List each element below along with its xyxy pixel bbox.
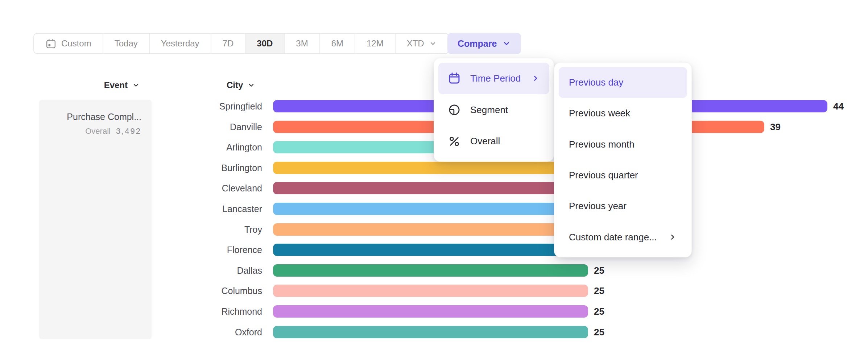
percent-icon <box>448 135 461 148</box>
compare-dropdown-menu: Time PeriodSegmentOverall <box>434 58 554 162</box>
menu-item-label: Previous week <box>569 108 630 119</box>
event-overall-row: Overall 3,492 <box>85 127 141 136</box>
compare-menu-item-segment[interactable]: Segment <box>438 94 549 126</box>
chevron-right-icon <box>668 233 677 241</box>
compare-menu-item-time-period[interactable]: Time Period <box>438 63 549 94</box>
insights-view: CustomTodayYesterday7D30D3M6M12MXTD Comp… <box>0 0 868 364</box>
menu-item-label: Custom date range... <box>569 232 657 243</box>
menu-item-label: Previous quarter <box>569 170 638 181</box>
bar-value-danville: 39 <box>770 121 781 133</box>
time-period-item-previous-year[interactable]: Previous year <box>559 191 687 222</box>
bar-value-springfield: 44 <box>833 100 844 112</box>
bar-label-florence: Florence <box>138 244 262 256</box>
menu-item-label: Segment <box>470 104 508 116</box>
bar-value-richmond: 25 <box>594 305 604 318</box>
bar-label-richmond: Richmond <box>138 305 262 318</box>
menu-item-label: Previous year <box>569 200 627 212</box>
bar-label-burlington: Burlington <box>138 162 262 174</box>
bar-dallas[interactable] <box>273 264 588 277</box>
time-period-item-previous-month[interactable]: Previous month <box>559 129 687 160</box>
time-period-item-custom-date-range[interactable]: Custom date range... <box>559 222 687 253</box>
time-period-item-previous-day[interactable]: Previous day <box>559 67 687 98</box>
bar-value-oxford: 25 <box>594 326 604 338</box>
time-period-item-previous-week[interactable]: Previous week <box>559 98 687 129</box>
bar-value-dallas: 25 <box>594 264 604 277</box>
bar-columbus[interactable] <box>273 285 588 297</box>
compare-menu-item-overall[interactable]: Overall <box>438 125 549 157</box>
menu-item-label: Previous day <box>569 77 623 88</box>
segment-icon <box>448 103 461 116</box>
bar-label-lancaster: Lancaster <box>138 203 262 215</box>
menu-item-label: Previous month <box>569 139 635 150</box>
menu-item-label: Overall <box>470 136 500 147</box>
bar-label-troy: Troy <box>138 223 262 236</box>
time-period-item-previous-quarter[interactable]: Previous quarter <box>559 160 687 191</box>
bar-label-oxford: Oxford <box>138 326 262 338</box>
event-name: Purchase Compl... <box>67 112 141 122</box>
overall-label: Overall <box>85 127 111 136</box>
bar-label-cleveland: Cleveland <box>138 182 262 194</box>
bar-richmond[interactable] <box>273 305 588 318</box>
bar-label-arlington: Arlington <box>138 141 262 153</box>
event-card[interactable]: Purchase Compl... Overall 3,492 <box>39 100 152 339</box>
bar-label-danville: Danville <box>138 121 262 133</box>
chevron-right-icon <box>531 74 540 83</box>
calendar-grid-icon <box>448 72 461 85</box>
bar-oxford[interactable] <box>273 326 588 338</box>
bar-label-springfield: Springfield <box>138 100 262 112</box>
menu-item-label: Time Period <box>470 73 521 84</box>
overall-value: 3,492 <box>116 127 141 136</box>
bar-label-columbus: Columbus <box>138 285 262 297</box>
time-period-submenu: Previous dayPrevious weekPrevious monthP… <box>554 62 692 257</box>
bar-label-dallas: Dallas <box>138 264 262 277</box>
bar-value-columbus: 25 <box>594 285 604 297</box>
